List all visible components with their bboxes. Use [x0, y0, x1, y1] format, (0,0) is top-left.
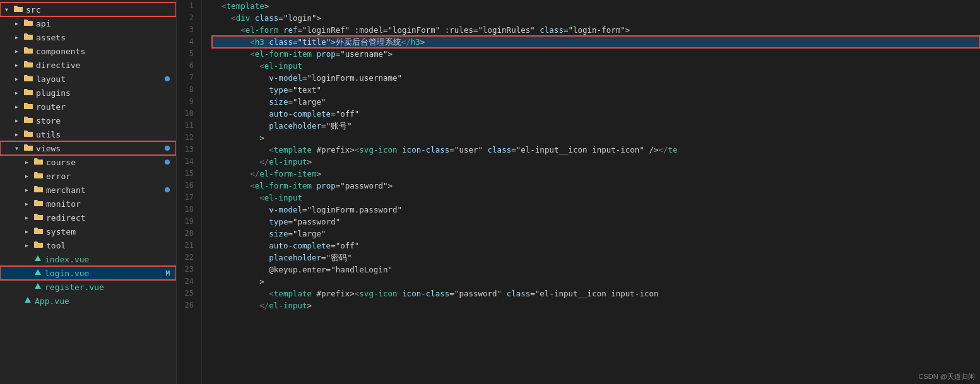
code-content: <template> <div class="login"> <el-form …: [202, 0, 980, 384]
item-label: login.vue: [45, 269, 89, 278]
item-label: error: [46, 172, 71, 181]
sidebar-item-login.vue[interactable]: login.vueM: [0, 266, 176, 280]
file-icon: [34, 172, 43, 181]
file-icon: [34, 269, 42, 278]
code-line: v-model="loginForm.password": [212, 204, 980, 216]
arrow-icon: ▶: [25, 187, 33, 193]
sidebar-item-system[interactable]: ▶system: [0, 224, 176, 238]
code-line: auto-complete="off": [212, 108, 980, 120]
code-line: <template #prefix><svg-icon icon-class="…: [212, 288, 980, 300]
item-label: src: [26, 5, 40, 15]
file-icon: [24, 102, 33, 112]
code-line: v-model="loginForm.username": [212, 72, 980, 84]
sidebar-item-register.vue[interactable]: register.vue: [0, 280, 176, 294]
code-line: >: [212, 132, 980, 144]
file-icon: [24, 88, 33, 98]
item-label: plugins: [36, 88, 71, 98]
file-icon: [24, 130, 33, 139]
file-icon: [14, 5, 23, 15]
sidebar-item-store[interactable]: ▶store: [0, 113, 176, 127]
sidebar-item-monitor[interactable]: ▶monitor: [0, 197, 176, 211]
code-line: type="password": [212, 216, 980, 228]
item-label: course: [46, 158, 76, 167]
line-number: 3: [182, 24, 194, 36]
code-line: type="text": [212, 84, 980, 96]
sidebar-item-merchant[interactable]: ▶merchant: [0, 183, 176, 197]
line-numbers: 1234567891011121314151617181920212223242…: [177, 0, 202, 384]
file-icon: [34, 199, 43, 209]
code-line: size="large": [212, 96, 980, 108]
item-label: monitor: [46, 199, 81, 209]
modified-badge: M: [165, 269, 170, 277]
arrow-icon: ▼: [15, 146, 23, 151]
line-number: 22: [182, 252, 194, 264]
code-line: <el-input: [212, 192, 980, 204]
item-label: redirect: [46, 213, 86, 223]
file-icon: [34, 255, 42, 264]
sidebar-item-index.vue[interactable]: index.vue: [0, 252, 176, 266]
code-line: placeholder="密码": [212, 252, 980, 264]
code-line: </el-input>: [212, 300, 980, 311]
file-icon: [24, 144, 33, 153]
code-line: <el-form-item prop="username">: [212, 48, 980, 60]
svg-marker-1: [35, 269, 41, 275]
code-line: <template #prefix><svg-icon icon-class="…: [212, 144, 980, 156]
sidebar-item-components[interactable]: ▶components: [0, 44, 176, 58]
line-number: 6: [182, 60, 194, 72]
item-label: assets: [36, 33, 66, 42]
sidebar-item-src[interactable]: ▼src: [0, 3, 176, 16]
svg-marker-3: [25, 297, 31, 303]
code-line: auto-complete="off": [212, 240, 980, 252]
sidebar-item-tool[interactable]: ▶tool: [0, 238, 176, 252]
line-number: 14: [182, 156, 194, 168]
line-number: 16: [182, 180, 194, 192]
code-line: <template>: [212, 0, 980, 12]
line-number: 25: [182, 288, 194, 300]
arrow-icon: ▶: [15, 90, 23, 96]
sidebar-item-assets[interactable]: ▶assets: [0, 30, 176, 44]
arrow-icon: ▶: [15, 76, 23, 82]
file-icon: [34, 158, 43, 167]
item-label: utils: [36, 130, 61, 139]
sidebar-item-router[interactable]: ▶router: [0, 100, 176, 113]
item-label: store: [36, 116, 61, 125]
item-label: index.vue: [45, 255, 89, 264]
code-line: <el-form ref="loginRef" :model="loginFor…: [212, 24, 980, 36]
sidebar-item-api[interactable]: ▶api: [0, 16, 176, 30]
code-editor: 1234567891011121314151617181920212223242…: [177, 0, 980, 384]
arrow-icon: ▶: [25, 215, 33, 221]
sidebar-item-error[interactable]: ▶error: [0, 169, 176, 183]
file-icon: [24, 61, 33, 70]
code-line: >: [212, 276, 980, 288]
sidebar-item-App.vue[interactable]: App.vue: [0, 294, 176, 308]
sidebar-item-plugins[interactable]: ▶plugins: [0, 86, 176, 100]
line-number: 17: [182, 192, 194, 204]
sidebar-item-course[interactable]: ▶course: [0, 155, 176, 169]
item-label: register.vue: [45, 282, 104, 292]
sidebar-item-views[interactable]: ▼views: [0, 141, 176, 155]
sidebar-item-redirect[interactable]: ▶redirect: [0, 211, 176, 224]
item-label: layout: [36, 74, 66, 84]
file-icon: [34, 282, 42, 292]
sidebar-item-directive[interactable]: ▶directive: [0, 58, 176, 72]
sidebar-item-layout[interactable]: ▶layout: [0, 72, 176, 86]
sidebar-item-utils[interactable]: ▶utils: [0, 127, 176, 141]
file-icon: [24, 47, 33, 56]
code-line: @keyup.enter="handleLogin": [212, 264, 980, 276]
code-line: size="large": [212, 228, 980, 240]
code-line: <h3 class="title">外卖后台管理系统</h3>: [212, 36, 980, 48]
line-number: 1: [182, 0, 194, 12]
line-number: 21: [182, 240, 194, 252]
line-number: 23: [182, 264, 194, 276]
arrow-icon: ▼: [5, 7, 13, 13]
file-icon: [24, 116, 33, 125]
item-label: system: [46, 227, 76, 236]
item-label: api: [36, 19, 50, 28]
line-number: 10: [182, 108, 194, 120]
line-number: 26: [182, 300, 194, 311]
svg-marker-0: [35, 255, 41, 261]
file-icon: [34, 241, 43, 250]
item-label: App.vue: [35, 296, 69, 306]
modified-dot: [165, 146, 170, 151]
item-label: router: [36, 102, 66, 112]
